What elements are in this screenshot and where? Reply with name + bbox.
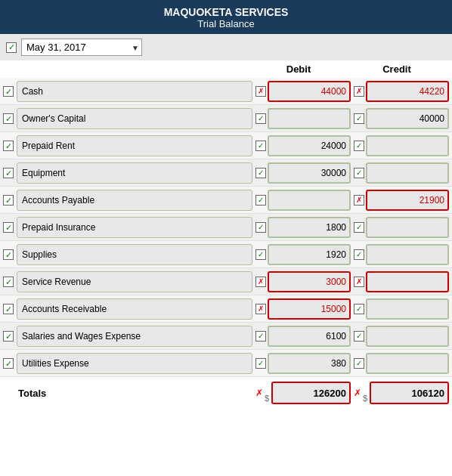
account-name-field-4[interactable]: Accounts Payable <box>17 190 252 211</box>
debit-checkbox-3[interactable]: ✓ <box>255 168 266 178</box>
row-main-checkbox-5[interactable]: ✓ <box>3 222 14 233</box>
debit-checkbox-9[interactable]: ✓ <box>255 331 266 342</box>
debit-checkbox-7[interactable]: ✗ <box>255 277 266 287</box>
row-main-checkbox-6[interactable]: ✓ <box>3 249 14 260</box>
account-name-field-0[interactable]: Cash <box>17 81 252 102</box>
row-checkbox-10[interactable]: ✓ <box>3 357 17 369</box>
row-checkbox-2[interactable]: ✓ <box>3 140 17 152</box>
credit-section-7: ✗ <box>351 271 449 292</box>
debit-amount-0[interactable]: 44000 <box>268 81 351 102</box>
account-name-field-9[interactable]: Salaries and Wages Expense <box>17 326 252 347</box>
debit-amount-1[interactable] <box>268 108 351 129</box>
row-main-checkbox-2[interactable]: ✓ <box>3 141 14 151</box>
row-checkbox-8[interactable]: ✓ <box>3 303 17 315</box>
row-checkbox-0[interactable]: ✓ <box>3 85 17 97</box>
account-col-header <box>6 63 249 75</box>
accounts-table: ✓ Cash ✗ 44000 ✗ 44220 ✓ Owner's Capital… <box>0 78 452 377</box>
credit-section-0: ✗ 44220 <box>351 81 449 102</box>
credit-amount-3[interactable] <box>366 162 449 184</box>
row-main-checkbox-7[interactable]: ✓ <box>3 277 14 287</box>
credit-amount-5[interactable] <box>366 217 449 238</box>
debit-section-5: ✓ 1800 <box>252 217 351 238</box>
credit-amount-0[interactable]: 44220 <box>366 81 449 102</box>
column-headers: Debit Credit <box>0 60 452 78</box>
debit-amount-2[interactable]: 24000 <box>268 135 351 156</box>
debit-checkbox-5[interactable]: ✓ <box>255 222 266 233</box>
row-main-checkbox-8[interactable]: ✓ <box>3 304 14 314</box>
credit-checkbox-7[interactable]: ✗ <box>354 277 364 287</box>
account-name-field-1[interactable]: Owner's Capital <box>17 108 252 129</box>
row-main-checkbox-10[interactable]: ✓ <box>3 358 14 369</box>
row-main-checkbox-9[interactable]: ✓ <box>3 331 14 342</box>
table-row: ✓ Cash ✗ 44000 ✗ 44220 <box>0 78 452 105</box>
row-checkbox-1[interactable]: ✓ <box>3 113 17 125</box>
debit-amount-9[interactable]: 6100 <box>268 326 351 347</box>
account-name-field-5[interactable]: Prepaid Insurance <box>17 217 252 238</box>
date-select[interactable]: May 31, 2017 <box>21 39 142 56</box>
account-name-field-8[interactable]: Accounts Receivable <box>17 298 252 320</box>
credit-amount-8[interactable] <box>366 298 449 320</box>
row-checkbox-6[interactable]: ✓ <box>3 249 17 261</box>
credit-checkbox-9[interactable]: ✓ <box>354 331 364 342</box>
credit-amount-4[interactable]: 21900 <box>366 190 449 211</box>
row-checkbox-4[interactable]: ✓ <box>3 194 17 206</box>
debit-amount-5[interactable]: 1800 <box>268 217 351 238</box>
date-select-wrapper[interactable]: May 31, 2017 <box>21 39 142 56</box>
debit-checkbox-8[interactable]: ✗ <box>255 304 266 314</box>
row-main-checkbox-3[interactable]: ✓ <box>3 168 14 178</box>
row-main-checkbox-1[interactable]: ✓ <box>3 113 14 124</box>
row-checkbox-9[interactable]: ✓ <box>3 330 17 342</box>
credit-amount-2[interactable] <box>366 135 449 156</box>
row-checkbox-3[interactable]: ✓ <box>3 167 17 179</box>
debit-amount-3[interactable]: 30000 <box>268 162 351 184</box>
debit-checkbox-6[interactable]: ✓ <box>255 249 266 260</box>
totals-credit-amount[interactable]: 106120 <box>370 382 449 404</box>
table-row: ✓ Salaries and Wages Expense ✓ 6100 ✓ <box>0 323 452 350</box>
credit-section-8: ✓ <box>351 298 449 320</box>
totals-credit-section: ✗ $ 106120 <box>351 382 449 404</box>
table-row: ✓ Utilities Expense ✓ 380 ✓ <box>0 350 452 377</box>
credit-amount-10[interactable] <box>366 353 449 374</box>
debit-amount-10[interactable]: 380 <box>268 353 351 374</box>
credit-checkbox-1[interactable]: ✓ <box>354 113 364 124</box>
debit-section-6: ✓ 1920 <box>252 244 351 265</box>
debit-amount-7[interactable]: 3000 <box>268 271 351 292</box>
credit-section-9: ✓ <box>351 326 449 347</box>
credit-amount-9[interactable] <box>366 326 449 347</box>
debit-amount-8[interactable]: 15000 <box>268 298 351 320</box>
debit-checkbox-2[interactable]: ✓ <box>255 141 266 151</box>
credit-checkbox-4[interactable]: ✗ <box>354 195 364 206</box>
totals-debit-amount[interactable]: 126200 <box>271 382 351 404</box>
row-main-checkbox-4[interactable]: ✓ <box>3 195 14 206</box>
debit-checkbox-4[interactable]: ✓ <box>255 195 266 206</box>
totals-credit-x-icon: ✗ <box>354 388 361 398</box>
table-row: ✓ Prepaid Insurance ✓ 1800 ✓ <box>0 214 452 241</box>
totals-credit-dollar: $ <box>363 394 367 404</box>
credit-amount-6[interactable] <box>366 244 449 265</box>
date-checkbox[interactable]: ✓ <box>6 42 17 53</box>
row-main-checkbox-0[interactable]: ✓ <box>3 86 14 97</box>
debit-amount-4[interactable] <box>268 190 351 211</box>
credit-section-3: ✓ <box>351 162 449 184</box>
credit-checkbox-8[interactable]: ✓ <box>354 304 364 314</box>
debit-checkbox-1[interactable]: ✓ <box>255 113 266 124</box>
credit-checkbox-3[interactable]: ✓ <box>354 168 364 178</box>
account-name-field-7[interactable]: Service Revenue <box>17 271 252 292</box>
credit-amount-7[interactable] <box>366 271 449 292</box>
credit-checkbox-10[interactable]: ✓ <box>354 358 364 369</box>
account-name-field-10[interactable]: Utilities Expense <box>17 353 252 374</box>
credit-checkbox-2[interactable]: ✓ <box>354 141 364 151</box>
row-checkbox-5[interactable]: ✓ <box>3 221 17 233</box>
account-name-field-6[interactable]: Supplies <box>17 244 252 265</box>
credit-checkbox-5[interactable]: ✓ <box>354 222 364 233</box>
credit-amount-1[interactable]: 40000 <box>366 108 449 129</box>
debit-checkbox-10[interactable]: ✓ <box>255 358 266 369</box>
account-name-field-2[interactable]: Prepaid Rent <box>17 135 252 156</box>
row-checkbox-7[interactable]: ✓ <box>3 276 17 288</box>
credit-checkbox-0[interactable]: ✗ <box>354 86 364 97</box>
debit-checkbox-0[interactable]: ✗ <box>255 86 266 97</box>
account-name-field-3[interactable]: Equipment <box>17 162 252 184</box>
debit-amount-6[interactable]: 1920 <box>268 244 351 265</box>
date-row: ✓ May 31, 2017 <box>0 34 452 60</box>
credit-checkbox-6[interactable]: ✓ <box>354 249 364 260</box>
